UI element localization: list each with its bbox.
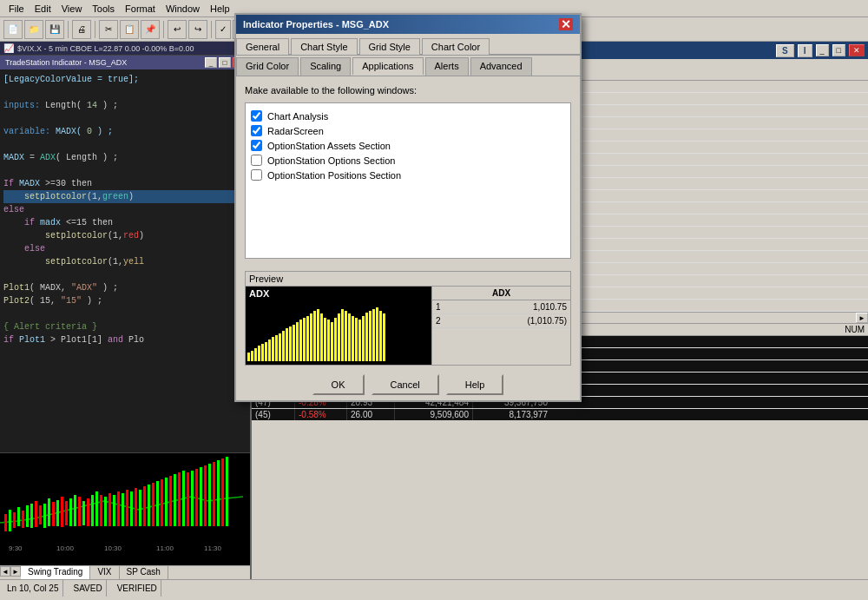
svg-rect-42 — [187, 472, 189, 526]
new-btn[interactable]: 📄 — [3, 20, 23, 39]
code-line-7: MADX = ADX( Length ) ; — [3, 151, 247, 164]
maximize-btn[interactable]: □ — [219, 57, 231, 68]
checkbox-optionstation-positions-input[interactable] — [251, 169, 262, 181]
tab-applications[interactable]: Applications — [352, 57, 423, 76]
tab-chart-color[interactable]: Chart Color — [422, 38, 490, 55]
preview-bar — [365, 313, 368, 361]
scroll-right[interactable]: ► — [856, 313, 868, 323]
menu-format[interactable]: Format — [120, 2, 161, 16]
s-button[interactable]: S — [776, 44, 794, 57]
menu-window[interactable]: Window — [161, 2, 205, 16]
preview-bar — [306, 316, 309, 361]
preview-bar — [310, 313, 312, 361]
svg-rect-26 — [117, 491, 120, 526]
tab-alerts[interactable]: Alerts — [425, 57, 469, 76]
menu-view[interactable]: View — [56, 2, 88, 16]
next-tab-btn[interactable]: ► — [10, 566, 21, 577]
preview-bar — [348, 313, 351, 361]
tab-sp-cash[interactable]: SP Cash — [120, 566, 168, 579]
svg-rect-2 — [13, 512, 16, 528]
saved-status: SAVED — [70, 580, 107, 597]
modal-tab-row-1: General Chart Style Grid Style Chart Col… — [236, 34, 580, 56]
paste-btn[interactable]: 📌 — [141, 20, 160, 39]
svg-rect-8 — [39, 505, 42, 524]
code-line-8 — [3, 164, 247, 177]
checkbox-optionstation-positions[interactable]: OptionStation Positions Section — [251, 168, 565, 182]
svg-rect-33 — [148, 485, 150, 526]
tab-grid-color[interactable]: Grid Color — [236, 57, 299, 76]
i-button[interactable]: I — [798, 44, 812, 57]
cut-btn[interactable]: ✂ — [99, 20, 118, 39]
checkbox-radarscreen-input[interactable] — [251, 125, 262, 136]
candle-chart-svg: 9:30 10:00 10:30 11:00 11:30 — [0, 453, 250, 553]
tab-scaling[interactable]: Scaling — [300, 57, 351, 76]
tab-vix[interactable]: VIX — [90, 566, 119, 579]
preview-bar — [296, 322, 299, 361]
preview-bar — [251, 351, 253, 361]
copy-btn[interactable]: 📋 — [120, 20, 139, 39]
chart-title: $VIX.X - 5 min CBOE L=22.87 0.00 -0.00% … — [17, 44, 194, 53]
preview-bar — [320, 313, 323, 361]
menu-tools[interactable]: Tools — [87, 2, 120, 16]
code-content[interactable]: [LegacyColorValue = true]; inputs: Lengt… — [0, 69, 250, 452]
tab-chart-style[interactable]: Chart Style — [291, 38, 357, 55]
print-btn[interactable]: 🖨 — [72, 20, 91, 39]
prev-tab-btn[interactable]: ◄ — [0, 566, 10, 577]
checkbox-chart-analysis-input[interactable] — [251, 110, 262, 122]
checkbox-optionstation-options-input[interactable] — [251, 155, 262, 166]
left-panel: 📈 $VIX.X - 5 min CBOE L=22.87 0.00 -0.00… — [0, 42, 252, 579]
svg-text:10:00: 10:00 — [56, 544, 75, 552]
preview-label: Preview — [246, 272, 570, 287]
ok-button[interactable]: OK — [312, 374, 365, 395]
svg-rect-22 — [100, 495, 102, 526]
checkbox-optionstation-options[interactable]: OptionStation Options Section — [251, 153, 565, 168]
bottom-row-7: (45) -0.58% 26.00 9,509,600 8,173,977 — [252, 409, 868, 420]
code-line-16 — [3, 268, 247, 281]
checkbox-chart-analysis[interactable]: Chart Analysis — [251, 109, 565, 123]
maximize-right-btn[interactable]: □ — [832, 44, 845, 56]
code-line-14: else — [3, 242, 247, 255]
preview-content: ADX ADX 1 1,010.75 2 (1,010.75) — [246, 287, 570, 365]
preview-bar — [345, 311, 347, 361]
checkbox-optionstation-assets[interactable]: OptionStation Assets Section — [251, 138, 565, 153]
checkbox-radarscreen[interactable]: RadarScreen — [251, 123, 565, 138]
preview-bar — [289, 326, 292, 361]
open-btn[interactable]: 📁 — [24, 20, 43, 39]
undo-btn[interactable]: ↩ — [168, 20, 187, 39]
svg-rect-14 — [65, 501, 68, 525]
svg-rect-35 — [156, 481, 159, 526]
menu-file[interactable]: File — [3, 2, 30, 16]
preview-row-2: 2 (1,010.75) — [432, 314, 570, 328]
menu-help[interactable]: Help — [205, 2, 235, 16]
preview-bar — [258, 346, 260, 361]
checkbox-optionstation-assets-input[interactable] — [251, 140, 262, 151]
cancel-button[interactable]: Cancel — [372, 374, 439, 395]
verify-btn[interactable]: ✓ — [215, 20, 231, 39]
svg-rect-31 — [139, 490, 141, 526]
menu-edit[interactable]: Edit — [30, 2, 56, 16]
svg-rect-38 — [169, 476, 172, 526]
tab-advanced[interactable]: Advanced — [470, 57, 532, 76]
code-line-13: setplotcolor(1,red) — [3, 229, 247, 242]
preview-adx-header: ADX — [432, 287, 570, 300]
preview-bar — [338, 313, 340, 361]
minimize-right-btn[interactable]: _ — [816, 44, 829, 56]
svg-rect-7 — [35, 501, 37, 527]
modal-close-btn[interactable]: ✕ — [559, 18, 573, 30]
preview-bar — [313, 311, 316, 361]
tab-swing-trading[interactable]: Swing Trading — [21, 566, 90, 579]
minimize-btn[interactable]: _ — [205, 57, 217, 68]
help-button[interactable]: Help — [446, 374, 504, 395]
svg-rect-11 — [52, 502, 55, 526]
preview-bar — [286, 328, 288, 361]
svg-rect-44 — [195, 469, 198, 526]
preview-bar — [369, 311, 372, 361]
sep3 — [163, 21, 164, 38]
svg-text:11:00: 11:00 — [156, 544, 174, 552]
save-btn[interactable]: 💾 — [45, 20, 64, 39]
close-right-btn[interactable]: ✕ — [849, 44, 865, 56]
tab-general[interactable]: General — [236, 38, 289, 55]
svg-rect-34 — [152, 483, 155, 526]
tab-grid-style[interactable]: Grid Style — [359, 38, 420, 55]
redo-btn[interactable]: ↪ — [188, 20, 207, 39]
